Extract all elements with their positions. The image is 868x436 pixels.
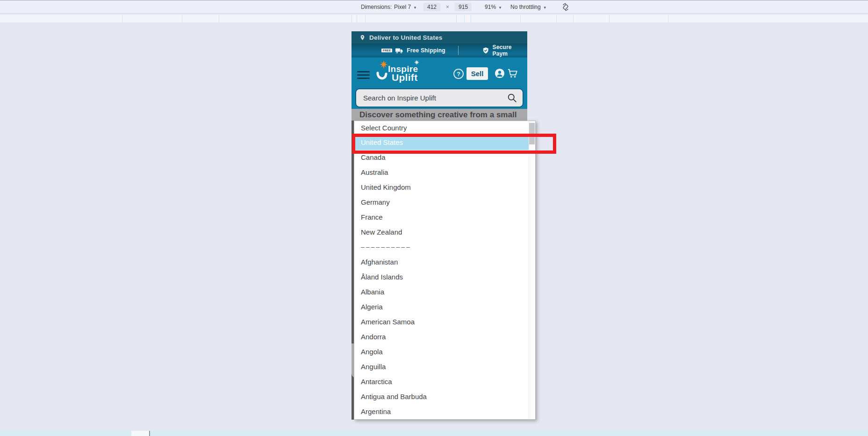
logo-text-bottom: Uplift	[392, 72, 417, 83]
media-query-marker	[573, 15, 574, 22]
page-tagline: Discover something creative from a small	[359, 110, 516, 120]
country-option[interactable]: Afghanistan	[354, 255, 529, 270]
country-option[interactable]: Germany	[354, 195, 529, 210]
chevron-down-icon: ▼	[543, 6, 547, 10]
country-option[interactable]: Antigua and Barbuda	[354, 389, 529, 404]
search-bar	[355, 88, 524, 107]
chevron-down-icon: ▼	[413, 6, 417, 10]
horizontal-scrollbar-thumb[interactable]	[131, 431, 149, 436]
devtools-emulation-screen: Dimensions: Pixel 7 ▼ 412 × 915 91% ▼ No…	[0, 0, 868, 436]
logo-u-swoosh	[376, 71, 388, 84]
country-select-dropdown: Select Country United States Canada Aust…	[354, 121, 536, 420]
country-option[interactable]: Albania	[354, 285, 529, 300]
free-shipping-item: FREE Free Shipping	[381, 43, 445, 57]
country-option[interactable]: New Zealand	[354, 225, 529, 240]
media-query-marker	[609, 15, 610, 22]
country-option[interactable]: Angola	[354, 344, 529, 359]
zoom-selector[interactable]: 91% ▼	[483, 3, 504, 11]
country-option[interactable]: American Samoa	[354, 314, 529, 329]
question-mark-icon: ?	[457, 71, 460, 78]
media-query-marker	[556, 15, 557, 22]
secure-payment-item: Secure Paym	[482, 43, 527, 57]
viewport-width-input[interactable]: 412	[423, 3, 440, 11]
person-icon	[495, 68, 505, 79]
option-group-separator: ––––––––––	[354, 240, 529, 255]
free-truck-icon: FREE	[381, 49, 392, 52]
site-header: Inspire Uplift ? Sell	[352, 57, 527, 109]
media-query-marker	[122, 15, 122, 22]
throttling-value: No throttling	[510, 4, 541, 10]
location-pin-icon	[359, 34, 366, 41]
cart-icon	[507, 68, 518, 79]
throttling-selector[interactable]: No throttling ▼	[509, 3, 549, 11]
country-option[interactable]: Anguilla	[354, 359, 529, 374]
benefits-bar: FREE Free Shipping	[352, 43, 527, 57]
media-query-bar	[0, 14, 868, 23]
menu-button[interactable]	[357, 71, 370, 79]
inspire-uplift-logo[interactable]: Inspire Uplift	[378, 61, 429, 86]
dimmed-page-strip: Discover something creative from a small	[352, 109, 527, 121]
media-query-marker	[352, 15, 352, 22]
delivery-banner-text: Deliver to United States	[369, 34, 442, 41]
dropdown-scrollbar-thumb[interactable]	[529, 123, 535, 144]
secure-payment-label: Secure Paym	[492, 44, 527, 57]
country-option[interactable]: Antarctica	[354, 374, 529, 389]
dimensions-times: ×	[445, 4, 450, 10]
rotate-viewport-button[interactable]	[561, 2, 570, 12]
scrollbar-divider	[149, 431, 150, 436]
country-option[interactable]: Argentina	[354, 404, 529, 419]
truck-icon	[395, 48, 403, 54]
media-query-marker	[520, 15, 521, 22]
search-input[interactable]	[356, 94, 507, 102]
media-query-marker	[357, 15, 357, 22]
option-select-country[interactable]: Select Country	[354, 121, 529, 135]
country-option[interactable]: Australia	[354, 165, 529, 180]
chevron-down-icon: ▼	[498, 6, 502, 10]
country-option[interactable]: France	[354, 210, 529, 225]
media-query-marker	[456, 15, 457, 22]
alphabetical-country-list: Afghanistan Åland Islands Albania Algeri…	[354, 255, 529, 419]
cart-button[interactable]	[507, 68, 518, 79]
dropdown-scrollbar[interactable]	[529, 121, 535, 419]
delivery-location-banner[interactable]: Deliver to United States	[352, 31, 527, 43]
media-query-marker	[464, 15, 465, 22]
free-shipping-label: Free Shipping	[407, 47, 445, 54]
country-option[interactable]: United Kingdom	[354, 180, 529, 195]
zoom-value: 91%	[485, 4, 496, 10]
sell-button[interactable]: Sell	[466, 67, 488, 80]
rotate-icon	[561, 3, 570, 11]
featured-country-list: Canada Australia United Kingdom Germany …	[354, 150, 529, 240]
help-button[interactable]: ?	[453, 69, 464, 79]
account-button[interactable]	[495, 68, 506, 79]
media-query-marker	[219, 15, 219, 22]
shield-check-icon	[482, 47, 489, 54]
country-option[interactable]: Algeria	[354, 300, 529, 314]
country-option[interactable]: Åland Islands	[354, 270, 529, 285]
spark-icon	[380, 60, 388, 69]
media-query-marker	[668, 15, 668, 22]
device-selector[interactable]: Dimensions: Pixel 7 ▼	[359, 3, 419, 11]
media-query-marker	[471, 15, 471, 22]
media-query-marker	[365, 15, 366, 22]
option-selected-country[interactable]: United States	[354, 135, 529, 150]
viewport-height-input[interactable]: 915	[455, 3, 472, 11]
dimensions-label: Dimensions:	[361, 4, 392, 10]
device-name: Pixel 7	[394, 4, 411, 10]
media-query-marker	[182, 15, 182, 22]
country-option[interactable]: Canada	[354, 150, 529, 165]
device-toolbar: Dimensions: Pixel 7 ▼ 412 × 915 91% ▼ No…	[0, 0, 868, 14]
search-icon[interactable]	[507, 93, 517, 103]
country-option[interactable]: Andorra	[354, 329, 529, 344]
horizontal-scrollbar[interactable]	[0, 431, 868, 436]
benefits-divider	[458, 46, 459, 55]
